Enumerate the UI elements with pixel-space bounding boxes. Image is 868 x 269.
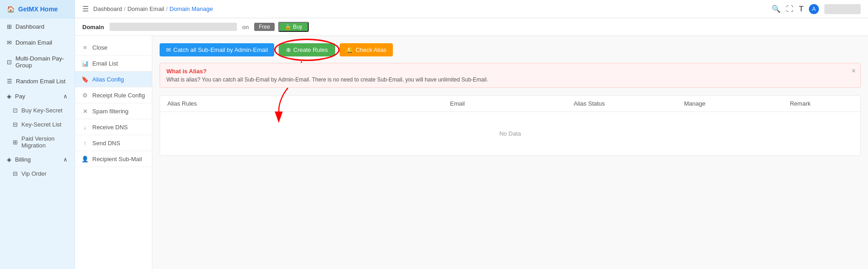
right-content: ✉ Catch all Sub-Email by Admin-Email ⊕ C… bbox=[152, 36, 868, 269]
domain-bar: Domain on Free 🔒 Buy bbox=[75, 18, 868, 36]
panel-item-alias-config[interactable]: 🔖 Alias Config bbox=[75, 71, 152, 87]
sidebar: 🏠 GetMX Home ⊞ Dashboard ✉ Domain Email … bbox=[0, 0, 75, 269]
main-area: ☰ Dashboard / Domain Email / Domain Mana… bbox=[75, 0, 868, 269]
content-area: ≡ Close 📊 Email List 🔖 Alias Config ⚙ Re… bbox=[75, 36, 868, 269]
create-rules-wrapper: ⊕ Create Rules bbox=[279, 43, 335, 56]
pay-icon: ◈ bbox=[7, 93, 11, 100]
sidebar-item-buy-key[interactable]: ⊡ Buy Key-Secret bbox=[0, 103, 75, 117]
billing-icon: ◈ bbox=[7, 156, 11, 163]
sidebar-item-vip-order[interactable]: ⊟ Vip Order bbox=[0, 167, 75, 181]
check-alias-button[interactable]: 🔔 Check Alias bbox=[340, 43, 393, 56]
alias-config-icon: 🔖 bbox=[81, 76, 89, 83]
breadcrumb: Dashboard / Domain Email / Domain Manage bbox=[93, 5, 213, 12]
multi-domain-icon: ⊡ bbox=[7, 59, 12, 66]
breadcrumb-sep2: / bbox=[166, 5, 168, 12]
col-alias-status: Alias Status bbox=[537, 100, 642, 107]
recipient-icon: 👤 bbox=[81, 155, 89, 162]
domain-label: Domain bbox=[82, 24, 104, 30]
chevron-up-billing-icon: ∧ bbox=[63, 156, 68, 163]
free-badge: Free bbox=[254, 23, 275, 31]
panel-item-close[interactable]: ≡ Close bbox=[75, 40, 152, 56]
receive-dns-icon: ↓ bbox=[81, 123, 89, 131]
user-icon[interactable]: A bbox=[809, 4, 819, 14]
table-empty-state: No Data bbox=[160, 112, 860, 155]
col-alias-rules: Alias Rules bbox=[167, 100, 378, 107]
logo-text: GetMX Home bbox=[18, 5, 58, 13]
logo-icon: 🏠 bbox=[7, 5, 15, 13]
sidebar-item-domain-email[interactable]: ✉ Domain Email bbox=[0, 35, 75, 51]
topbar: ☰ Dashboard / Domain Email / Domain Mana… bbox=[75, 0, 868, 18]
sidebar-logo[interactable]: 🏠 GetMX Home bbox=[0, 0, 75, 19]
data-table: Alias Rules Email Alias Status Manage Re… bbox=[160, 95, 861, 156]
domain-email-icon: ✉ bbox=[7, 39, 12, 46]
hamburger-icon[interactable]: ☰ bbox=[82, 5, 89, 13]
email-list-icon: 📊 bbox=[81, 60, 89, 67]
sidebar-item-paid-migration[interactable]: ⊞ Paid Version Migration bbox=[0, 132, 75, 152]
breadcrumb-sep1: / bbox=[124, 5, 126, 12]
topbar-icons: 🔍 ⛶ T A bbox=[772, 4, 861, 14]
random-email-icon: ☰ bbox=[7, 78, 12, 85]
font-icon[interactable]: T bbox=[799, 5, 803, 13]
user-avatar-bar bbox=[824, 4, 861, 14]
info-box-title: What is Alias? bbox=[166, 68, 854, 75]
search-icon[interactable]: 🔍 bbox=[772, 5, 781, 13]
sidebar-item-random-email[interactable]: ☰ Random Email List bbox=[0, 73, 75, 89]
col-email: Email bbox=[378, 100, 537, 107]
col-manage: Manage bbox=[642, 100, 748, 107]
vip-order-icon: ⊟ bbox=[13, 170, 18, 177]
expand-icon[interactable]: ⛶ bbox=[786, 5, 793, 13]
send-dns-icon: ↑ bbox=[81, 139, 89, 147]
sidebar-billing-header[interactable]: ◈ Billing ∧ bbox=[0, 152, 75, 167]
chevron-up-icon: ∧ bbox=[63, 93, 68, 100]
domain-on-label: on bbox=[242, 24, 249, 30]
panel-item-email-list[interactable]: 📊 Email List bbox=[75, 56, 152, 71]
info-box-close-button[interactable]: × bbox=[852, 67, 856, 75]
create-rules-icon: ⊕ bbox=[286, 46, 291, 53]
panel-item-spam[interactable]: ✕ Spam filtering bbox=[75, 103, 152, 119]
sidebar-item-multi-domain[interactable]: ⊡ Multi-Domain Pay-Group bbox=[0, 51, 75, 73]
col-remark: Remark bbox=[748, 100, 853, 107]
breadcrumb-domain-email[interactable]: Domain Email bbox=[127, 5, 164, 12]
spam-icon: ✕ bbox=[81, 107, 89, 115]
key-list-icon: ⊟ bbox=[13, 121, 18, 128]
sidebar-item-key-list[interactable]: ⊟ Key-Secret List bbox=[0, 117, 75, 132]
close-panel-icon: ≡ bbox=[81, 44, 89, 51]
table-header: Alias Rules Email Alias Status Manage Re… bbox=[160, 96, 860, 112]
info-box: What is Alias? What is alias? You can ca… bbox=[160, 63, 861, 88]
panel-item-recipient[interactable]: 👤 Recipient Sub-Mail bbox=[75, 151, 152, 167]
sidebar-item-dashboard[interactable]: ⊞ Dashboard bbox=[0, 19, 75, 35]
sidebar-pay-header[interactable]: ◈ Pay ∧ bbox=[0, 89, 75, 103]
domain-value-masked bbox=[110, 23, 237, 31]
create-rules-button[interactable]: ⊕ Create Rules bbox=[279, 43, 335, 56]
dashboard-icon: ⊞ bbox=[7, 23, 12, 30]
check-alias-icon: 🔔 bbox=[346, 46, 353, 53]
left-panel: ≡ Close 📊 Email List 🔖 Alias Config ⚙ Re… bbox=[75, 36, 152, 269]
panel-item-receive-dns[interactable]: ↓ Receive DNS bbox=[75, 119, 152, 135]
receipt-rule-icon: ⚙ bbox=[81, 91, 89, 99]
panel-item-receipt-rule[interactable]: ⚙ Receipt Rule Config bbox=[75, 87, 152, 103]
catch-all-icon: ✉ bbox=[166, 46, 171, 53]
catch-all-button[interactable]: ✉ Catch all Sub-Email by Admin-Email bbox=[160, 43, 274, 56]
info-box-text: What is alias? You can catch all Sub-Ema… bbox=[166, 76, 854, 83]
key-icon: ⊡ bbox=[13, 107, 18, 114]
breadcrumb-current: Domain Manage bbox=[170, 5, 213, 12]
action-buttons: ✉ Catch all Sub-Email by Admin-Email ⊕ C… bbox=[160, 43, 861, 56]
buy-button[interactable]: 🔒 Buy bbox=[278, 22, 309, 32]
panel-item-send-dns[interactable]: ↑ Send DNS bbox=[75, 135, 152, 151]
migrate-icon: ⊞ bbox=[13, 139, 18, 146]
breadcrumb-dashboard[interactable]: Dashboard bbox=[93, 5, 122, 12]
